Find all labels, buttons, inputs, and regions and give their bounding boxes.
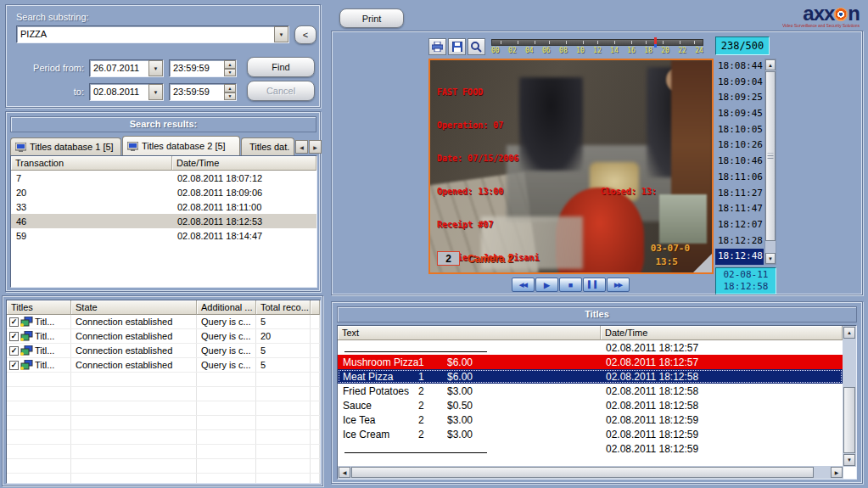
table-row[interactable]: 5902.08.2011 18:14:47 bbox=[11, 228, 316, 243]
checkbox-checked[interactable]: ✓ bbox=[9, 361, 19, 370]
timestamp-item[interactable]: 18:12:28 bbox=[715, 233, 764, 250]
timestamp-item[interactable]: 18:11:06 bbox=[715, 170, 764, 186]
timeline-position-marker[interactable] bbox=[654, 37, 657, 44]
title-row-highlighted[interactable]: Mushroom Pizza1$6.00 02.08.2011 18:12:57 bbox=[338, 355, 843, 369]
scrollbar-thumb[interactable] bbox=[765, 71, 776, 241]
stop-button[interactable]: ■ bbox=[559, 278, 582, 292]
timestamp-item[interactable]: 18:11:47 bbox=[715, 201, 764, 217]
title-row-selected[interactable]: Meat Pizza1$6.00 02.08.2011 18:12:58 bbox=[338, 369, 843, 384]
dropdown-button[interactable]: ▼ bbox=[274, 26, 288, 42]
dropdown-button[interactable]: ▼ bbox=[148, 84, 163, 100]
from-time-spinner[interactable]: 23:59:59 ▲ ▼ bbox=[169, 59, 237, 77]
pause-button[interactable]: ▍▍ bbox=[583, 278, 606, 292]
scrollbar-thumb[interactable] bbox=[843, 387, 855, 453]
search-substring-combobox[interactable]: PIZZA ▼ bbox=[16, 25, 289, 43]
titles-vertical-scrollbar[interactable]: ▲ ▼ bbox=[843, 326, 856, 467]
scroll-down-button[interactable]: ▼ bbox=[843, 454, 855, 466]
spin-up-icon[interactable]: ▲ bbox=[224, 84, 236, 93]
title-row[interactable]: Ice Cream2$3.00 02.08.2011 18:12:59 bbox=[338, 427, 843, 441]
rewind-button[interactable]: ◀◀ bbox=[512, 278, 535, 292]
spin-down-icon[interactable]: ▼ bbox=[224, 69, 236, 77]
databases-table-header: Titles State Additional ... Total reco..… bbox=[7, 300, 320, 315]
table-row[interactable]: ✓Titl... Connection established Query is… bbox=[7, 329, 320, 344]
zoom-frame-button[interactable] bbox=[468, 38, 485, 55]
scroll-up-button[interactable]: ▲ bbox=[765, 59, 776, 70]
table-row[interactable]: 702.08.2011 18:07:12 bbox=[11, 171, 316, 185]
table-row[interactable]: 3302.08.2011 18:11:00 bbox=[11, 199, 316, 214]
column-header-titles[interactable]: Titles bbox=[7, 300, 71, 315]
timestamp-item[interactable]: 18:09:25 bbox=[715, 90, 764, 106]
column-header-state[interactable]: State bbox=[71, 300, 197, 315]
print-button[interactable]: Print bbox=[339, 8, 404, 28]
timestamp-item[interactable]: 18:10:26 bbox=[715, 137, 764, 154]
title-row[interactable]: Fried Potatoes2$3.00 02.08.2011 18:12:58 bbox=[338, 384, 843, 398]
column-header-total[interactable]: Total reco... bbox=[256, 300, 311, 315]
table-row[interactable]: ✓Titl... Connection established Query is… bbox=[7, 344, 320, 358]
timeline-bar[interactable] bbox=[491, 39, 703, 46]
to-date-picker[interactable]: 02.08.2011 ▼ bbox=[89, 83, 164, 101]
cancel-button[interactable]: Cancel bbox=[247, 81, 315, 101]
resize-grip-icon[interactable] bbox=[693, 254, 712, 272]
from-time-value[interactable]: 23:59:59 bbox=[170, 60, 224, 76]
find-button[interactable]: Find bbox=[247, 57, 315, 77]
timeline-ruler[interactable]: 00020406081012141618202224 bbox=[491, 39, 703, 54]
table-row[interactable]: ✓Titl... Connection established Query is… bbox=[7, 358, 320, 373]
scroll-right-button[interactable]: ▶ bbox=[831, 467, 843, 478]
timestamp-item[interactable]: 18:12:07 bbox=[715, 217, 764, 233]
spinner-buttons[interactable]: ▲ ▼ bbox=[224, 84, 236, 100]
title-row[interactable]: Ice Tea2$3.00 02.08.2011 18:12:59 bbox=[338, 412, 843, 427]
to-date-value[interactable]: 02.08.2011 bbox=[90, 84, 148, 100]
video-frame[interactable]: FAST FOOD Operation: 07 Date: 07/15/2006… bbox=[428, 59, 714, 274]
print-frame-button[interactable] bbox=[428, 38, 446, 55]
checkbox-checked[interactable]: ✓ bbox=[9, 346, 19, 356]
fast-forward-button[interactable]: ▶▶ bbox=[607, 278, 630, 292]
column-header-datetime[interactable]: Date/Time bbox=[172, 156, 316, 171]
cell-state: Connection established bbox=[71, 329, 197, 343]
scroll-left-button[interactable]: ◀ bbox=[339, 467, 350, 478]
scroll-up-button[interactable]: ▲ bbox=[843, 327, 855, 339]
from-date-value[interactable]: 26.07.2011 bbox=[90, 60, 148, 76]
timestamps-scrollbar[interactable]: ▲ ▼ bbox=[764, 59, 776, 265]
table-row-selected[interactable]: 4602.08.2011 18:12:53 bbox=[11, 214, 316, 228]
tab-titles-database-2[interactable]: Titles database 2 [5] bbox=[122, 136, 240, 155]
titles-horizontal-scrollbar[interactable]: ◀ ▶ bbox=[338, 466, 843, 479]
tab-titles-database-1[interactable]: Titles database 1 [5] bbox=[10, 137, 121, 155]
column-header-text[interactable]: Text bbox=[338, 326, 601, 340]
timestamp-item[interactable]: 18:10:05 bbox=[715, 122, 764, 138]
checkbox-checked[interactable]: ✓ bbox=[9, 317, 19, 327]
spin-down-icon[interactable]: ▼ bbox=[224, 93, 236, 101]
timestamp-item-selected[interactable]: 18:12:48 bbox=[715, 249, 764, 265]
tab-titles-database-3[interactable]: Titles dat. bbox=[241, 137, 294, 155]
timestamp-item[interactable]: 18:09:45 bbox=[715, 106, 764, 122]
save-frame-button[interactable] bbox=[448, 38, 466, 55]
cell-state: Connection established bbox=[71, 344, 197, 357]
tab-scroll-left-button[interactable]: ◀ bbox=[295, 140, 308, 154]
logo-tagline: Video Surveillance and Security Solution… bbox=[782, 24, 860, 28]
checkbox-checked[interactable]: ✓ bbox=[9, 332, 19, 341]
from-date-picker[interactable]: 26.07.2011 ▼ bbox=[89, 59, 164, 77]
timestamp-item[interactable]: 18:09:04 bbox=[715, 75, 764, 91]
column-header-additional[interactable]: Additional ... bbox=[197, 300, 256, 315]
title-row[interactable]: 02.08.2011 18:12:57 bbox=[338, 340, 843, 355]
osd-date: 03-07-0 bbox=[651, 243, 690, 254]
spinner-buttons[interactable]: ▲ ▼ bbox=[224, 60, 236, 76]
timestamp-item[interactable]: 18:10:46 bbox=[715, 154, 764, 170]
title-row[interactable]: Sauce2$0.50 02.08.2011 18:12:58 bbox=[338, 398, 843, 412]
table-row[interactable]: 2002.08.2011 18:09:06 bbox=[11, 185, 316, 199]
dropdown-button[interactable]: ▼ bbox=[148, 60, 163, 76]
spin-up-icon[interactable]: ▲ bbox=[224, 60, 236, 69]
play-button[interactable]: ▶ bbox=[535, 278, 558, 292]
to-time-value[interactable]: 23:59:59 bbox=[170, 84, 224, 100]
scrollbar-thumb[interactable] bbox=[351, 467, 814, 478]
column-header-transaction[interactable]: Transaction bbox=[11, 156, 172, 171]
column-header-datetime[interactable]: Date/Time bbox=[601, 326, 843, 340]
timestamp-item[interactable]: 18:11:27 bbox=[715, 186, 764, 202]
to-time-spinner[interactable]: 23:59:59 ▲ ▼ bbox=[169, 83, 237, 101]
history-back-button[interactable]: < bbox=[294, 25, 316, 44]
tab-scroll-right-button[interactable]: ▶ bbox=[309, 140, 322, 154]
search-substring-value[interactable]: PIZZA bbox=[17, 26, 274, 42]
timestamp-item[interactable]: 18:08:44 bbox=[715, 59, 764, 75]
title-row[interactable]: 02.08.2011 18:12:59 bbox=[338, 441, 843, 456]
scroll-down-button[interactable]: ▼ bbox=[765, 253, 776, 264]
table-row[interactable]: ✓Titl... Connection established Query is… bbox=[7, 315, 320, 329]
